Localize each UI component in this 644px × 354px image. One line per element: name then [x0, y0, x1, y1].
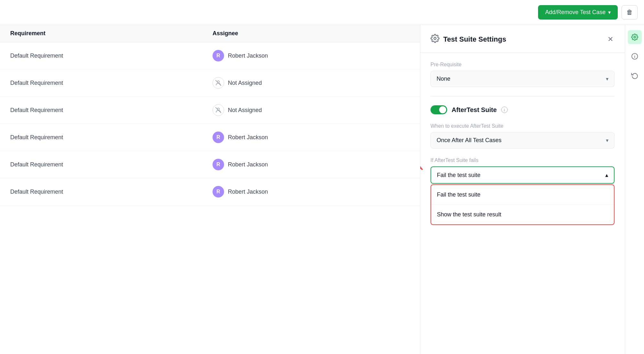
side-icons-panel	[625, 25, 644, 354]
if-fails-value: Fail the test suite	[437, 172, 480, 179]
assignee-cell: R Robert Jackson	[213, 132, 410, 143]
after-test-suite-row: AfterTest Suite i	[431, 105, 615, 114]
assignee-name: Robert Jackson	[228, 189, 268, 195]
settings-header: Test Suite Settings ✕	[420, 25, 625, 53]
assignee-name: Not Assigned	[228, 80, 262, 86]
after-test-suite-toggle[interactable]	[431, 105, 447, 114]
unassigned-icon	[213, 104, 224, 116]
close-button[interactable]: ✕	[606, 34, 615, 45]
settings-gear-icon	[431, 34, 439, 45]
requirement-cell: Default Requirement	[10, 52, 207, 59]
table-row: Default Requirement R Robert Jackson	[0, 124, 420, 151]
col-header-requirement: Requirement	[10, 30, 207, 37]
requirement-cell: Default Requirement	[10, 161, 207, 168]
settings-panel: Test Suite Settings ✕ Pre-Requisite None…	[420, 25, 625, 354]
settings-title-group: Test Suite Settings	[431, 34, 506, 45]
assignee-cell: Not Assigned	[213, 77, 410, 89]
pre-requisite-value: None	[437, 76, 450, 82]
avatar: R	[213, 132, 224, 143]
table-row: Default Requirement R Robert Jackson	[0, 42, 420, 69]
assignee-cell: R Robert Jackson	[213, 186, 410, 197]
chevron-down-icon: ▾	[606, 76, 608, 82]
option-show-test-suite-result[interactable]: Show the test suite result	[431, 205, 614, 224]
close-icon: ✕	[608, 35, 613, 43]
settings-title-text: Test Suite Settings	[443, 35, 506, 44]
pre-requisite-label: Pre-Requisite	[431, 62, 615, 68]
settings-body: Pre-Requisite None ▾ AfterTest Suite i W…	[420, 53, 625, 234]
table-row: Default Requirement Not Assigned	[0, 97, 420, 124]
chevron-down-icon: ▾	[606, 137, 608, 143]
when-execute-dropdown[interactable]: Once After All Test Cases ▾	[431, 132, 615, 149]
avatar: R	[213, 186, 224, 197]
requirement-cell: Default Requirement	[10, 189, 207, 195]
left-panel: Requirement Assignee Default Requirement…	[0, 25, 420, 354]
delete-button[interactable]: 🗑	[622, 5, 638, 20]
chevron-up-icon: ▴	[605, 172, 608, 179]
info-icon[interactable]: i	[501, 107, 508, 113]
table-row: Default Requirement R Robert Jackson	[0, 151, 420, 178]
table-row: Default Requirement R Robert Jackson	[0, 178, 420, 205]
toolbar: Add/Remove Test Case ▾ 🗑	[0, 0, 644, 25]
chevron-down-icon: ▾	[608, 9, 611, 15]
table-row: Default Requirement Not Assigned	[0, 69, 420, 97]
divider	[431, 96, 615, 96]
avatar: R	[213, 159, 224, 170]
assignee-name: Not Assigned	[228, 107, 262, 114]
if-fails-dropdown-options: Fail the test suite Show the test suite …	[431, 184, 615, 225]
table-header: Requirement Assignee	[0, 25, 420, 42]
add-remove-label: Add/Remove Test Case	[545, 9, 606, 16]
when-execute-label: When to execute AfterTest Suite	[431, 123, 615, 129]
unassigned-icon	[213, 77, 224, 89]
svg-point-7	[634, 36, 636, 38]
assignee-name: Robert Jackson	[228, 134, 268, 141]
assignee-name: Robert Jackson	[228, 52, 268, 59]
gear-side-icon[interactable]	[628, 30, 642, 44]
after-test-suite-label: AfterTest Suite	[452, 106, 497, 114]
requirement-cell: Default Requirement	[10, 134, 207, 141]
main-layout: Requirement Assignee Default Requirement…	[0, 25, 644, 354]
assignee-cell: Not Assigned	[213, 104, 410, 116]
add-remove-test-case-button[interactable]: Add/Remove Test Case ▾	[538, 5, 618, 20]
requirement-cell: Default Requirement	[10, 107, 207, 114]
assignee-name: Robert Jackson	[228, 161, 268, 168]
assignee-cell: R Robert Jackson	[213, 50, 410, 61]
col-header-assignee: Assignee	[213, 30, 410, 37]
requirements-table: Requirement Assignee Default Requirement…	[0, 25, 420, 205]
requirement-cell: Default Requirement	[10, 80, 207, 86]
avatar: R	[213, 50, 224, 61]
assignee-cell: R Robert Jackson	[213, 159, 410, 170]
red-arrow-svg	[420, 154, 427, 173]
option-fail-test-suite[interactable]: Fail the test suite	[431, 185, 614, 205]
if-fails-dropdown[interactable]: Fail the test suite ▴	[431, 166, 615, 184]
history-side-icon[interactable]	[628, 68, 642, 83]
svg-line-6	[420, 157, 423, 170]
delete-icon: 🗑	[626, 9, 633, 16]
info-side-icon[interactable]	[628, 49, 642, 63]
pre-requisite-dropdown[interactable]: None ▾	[431, 71, 615, 87]
svg-point-4	[434, 37, 436, 40]
if-fails-label: If AfterTest Suite fails	[431, 157, 615, 163]
when-execute-value: Once After All Test Cases	[437, 137, 502, 144]
